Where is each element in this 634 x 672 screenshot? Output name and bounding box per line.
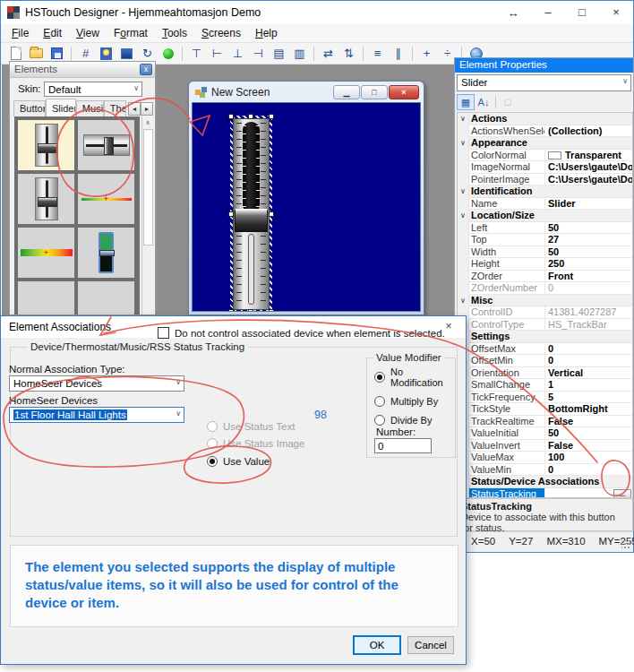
collapse-chevron-icon[interactable]: ∨ [458,113,469,125]
scroll-up-icon[interactable]: ∧ [142,116,153,128]
slider-element-selected[interactable] [230,116,272,312]
property-row[interactable]: ValueInitial50 [458,427,632,440]
center-in-window-h-icon[interactable]: + [417,45,436,63]
selection-handle[interactable] [269,309,274,312]
screen-icon[interactable] [117,45,136,63]
property-row[interactable]: OrientationVertical [458,367,632,380]
thumbnail-cell[interactable] [18,228,74,278]
property-value[interactable]: 27 [545,234,632,246]
do-not-control-checkbox-row[interactable]: Do not control associated device when el… [158,327,445,339]
menu-format[interactable]: Format [107,24,155,42]
property-value[interactable]: 0 [545,282,632,295]
property-row[interactable]: ColorNormalTransparent [458,150,632,162]
property-value[interactable]: HS_TrackBar [545,319,632,332]
new-file-icon[interactable] [6,45,25,63]
tab-scroll-left-icon[interactable]: ◂ [128,102,141,116]
property-row[interactable]: Height250 [458,258,632,271]
property-value[interactable]: ... [545,488,632,499]
collapse-chevron-icon[interactable]: ∨ [458,185,469,198]
property-row[interactable]: Left50 [458,222,632,235]
property-category[interactable]: ∨Settings [458,331,632,343]
thumbnail-cell[interactable] [18,281,74,315]
property-value[interactable]: 50 [545,427,632,440]
screen-minimize-button[interactable]: ▁ [333,85,360,99]
menu-screens[interactable]: Screens [194,24,248,42]
property-row[interactable]: ImageNormalC:\Users\gaute\Docur [458,161,632,174]
property-row[interactable]: ValueInvertFalse [458,440,632,452]
selection-handle[interactable] [248,309,253,312]
menu-view[interactable]: View [69,24,107,42]
menu-edit[interactable]: Edit [36,24,69,42]
property-value[interactable]: 0 [545,355,632,367]
collapse-chevron-icon[interactable]: ∨ [458,295,469,307]
thumbnail-cell[interactable] [78,174,134,224]
same-height-icon[interactable]: ▥ [290,45,309,63]
space-evenly-down-icon[interactable]: ≡ [368,45,387,63]
design-canvas[interactable] [192,102,421,312]
association-type-combobox[interactable]: HomeSeer Devices∨ [9,375,184,392]
property-value[interactable]: 41381,4027287 [545,306,632,319]
element-selector-combobox[interactable]: Slider∨ [457,74,631,91]
selection-handle[interactable] [228,309,234,312]
property-row[interactable]: OffsetMin0 [458,355,632,367]
property-row[interactable]: ActionsWhenSelec(Collection) [458,125,632,138]
radio-divide-by[interactable]: Divide By [374,415,455,426]
property-value[interactable]: False [545,416,632,428]
radio-use-value[interactable]: Use Value [207,456,270,467]
refresh-icon[interactable]: ↻ [138,45,157,63]
property-row[interactable]: ValueMin0 [458,464,632,477]
property-row[interactable]: ZOrderFront [458,271,632,283]
lightbulb-icon[interactable] [97,45,116,63]
property-value[interactable]: BottomRight [545,403,632,416]
radio-use-status-image[interactable]: Use Status Image [207,438,304,449]
thumbnail-cell[interactable] [78,120,134,170]
property-value[interactable]: 250 [545,258,632,271]
center-vertical-icon[interactable]: ⇅ [339,45,358,63]
maximize-button[interactable]: □ [565,1,599,24]
radio-button-icon[interactable] [374,372,385,383]
slider-handle[interactable] [235,209,268,232]
radio-button-icon[interactable] [374,396,385,407]
ok-button[interactable]: OK [354,636,400,654]
property-row[interactable]: ControlTypeHS_TrackBar [458,319,632,332]
align-right-icon[interactable]: ⊣ [249,45,268,63]
property-row[interactable]: TickFrequency5 [458,392,632,404]
property-row[interactable]: ControlID41381,4027287 [458,306,632,319]
record-icon[interactable] [158,45,177,63]
tab-sliders[interactable]: Sliders [46,99,76,116]
property-value[interactable]: 50 [545,222,632,235]
property-row[interactable]: ValueMax100 [458,452,632,464]
property-row[interactable]: PointerImageC:\Users\gaute\Docur [458,174,632,186]
menu-tools[interactable]: Tools [155,24,194,42]
resize-grip[interactable] [621,540,630,549]
selection-handle[interactable] [228,211,234,217]
radio-button-icon[interactable] [207,421,218,432]
open-folder-icon[interactable] [27,45,46,63]
property-category[interactable]: ∨Location/Size [458,210,632,222]
selection-handle[interactable] [269,211,274,217]
property-category[interactable]: ∨Appearance [458,137,632,150]
device-combobox[interactable]: 1st Floor Hall Hall Lights∨ [9,407,184,423]
thumbnail-cell[interactable] [78,228,134,278]
property-row[interactable]: StatusTracking... [458,488,632,499]
grid-icon[interactable]: # [76,45,95,63]
property-value[interactable]: False [545,440,632,452]
property-row[interactable]: Top27 [458,234,632,246]
space-evenly-across-icon[interactable]: ∥ [389,45,407,63]
collapse-chevron-icon[interactable]: ∨ [458,137,469,150]
property-value[interactable]: 0 [545,464,632,477]
categorized-icon[interactable]: ▦ [457,94,475,110]
property-category[interactable]: ∨Status/Device Associations [458,476,632,488]
cancel-button[interactable]: Cancel [407,636,454,654]
same-width-icon[interactable]: ▤ [270,45,288,63]
property-category[interactable]: ∨Identification [458,185,632,198]
radio-button-icon[interactable] [374,415,385,426]
radio-use-status-text[interactable]: Use Status Text [207,421,295,432]
thumbnail-cell[interactable] [18,120,74,170]
center-horizontal-icon[interactable]: ⇄ [319,45,338,63]
selection-handle[interactable] [269,114,274,119]
alphabetical-sort-icon[interactable]: A↓ [475,94,493,110]
thumbnail-cell[interactable] [78,281,134,315]
property-category[interactable]: ∨Misc [458,295,632,307]
property-category[interactable]: ∨Actions [458,113,632,125]
